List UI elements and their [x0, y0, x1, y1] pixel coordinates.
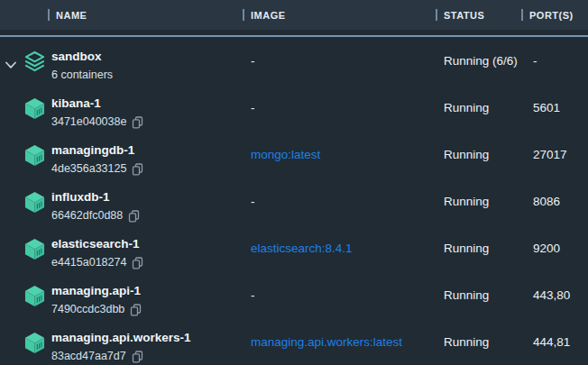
column-header-image: IMAGE [243, 0, 286, 30]
image-cell: elasticsearch:8.4.1 [251, 224, 431, 271]
copy-icon[interactable] [130, 304, 142, 316]
ports-cell: 5601 [533, 84, 587, 131]
container-id: 3471e040038e [51, 114, 126, 130]
status-cell: Running [444, 178, 521, 224]
container-cube-icon [24, 144, 45, 167]
status-cell: Running [444, 271, 521, 318]
column-divider [521, 9, 523, 21]
container-cube-icon [24, 191, 45, 214]
container-count: 6 containers [51, 68, 113, 83]
container-cube-icon [24, 285, 45, 307]
image-cell: - [251, 84, 431, 131]
image-cell: - [251, 178, 431, 224]
image-placeholder: - [251, 288, 255, 302]
table-row[interactable]: kibana-1 3471e040038e - Running 5601 [0, 84, 588, 131]
copy-icon[interactable] [132, 257, 143, 269]
row-name-block: managing.api-1 7490ccdc3dbb [51, 283, 142, 317]
ports-cell: 443,80 [533, 271, 587, 318]
table-row[interactable]: managing.api-1 7490ccdc3dbb - Running 44… [0, 271, 588, 318]
column-header-ports: PORT(S) [521, 0, 574, 30]
table-header-band: NAME IMAGE STATUS PORT(S) [0, 0, 588, 30]
ports-cell: 8086 [533, 178, 587, 224]
image-placeholder: - [251, 195, 255, 208]
image-cell: - [251, 37, 431, 84]
table-row[interactable]: elasticsearch-1 e4415a018274 elasticsear… [0, 224, 588, 271]
table-row[interactable]: managing.api.workers-1 83acd47aa7d7 mana… [0, 318, 588, 365]
containers-table: NAME IMAGE STATUS PORT(S) [0, 0, 588, 365]
row-name-block: sandbox 6 containers [51, 49, 113, 83]
container-name: kibana-1 [51, 96, 143, 112]
container-name: elasticsearch-1 [51, 236, 143, 252]
table-row[interactable]: sandbox 6 containers - Running (6/6) - [0, 37, 588, 84]
row-name-block: kibana-1 3471e040038e [51, 96, 143, 130]
container-cube-icon [24, 332, 45, 354]
copy-icon[interactable] [132, 351, 143, 363]
column-header-status-label: STATUS [444, 10, 484, 21]
container-id: e4415a018274 [51, 255, 126, 270]
ports-cell: 444,81 [533, 318, 587, 365]
container-id: 7490ccdc3dbb [51, 302, 124, 317]
column-header-image-label: IMAGE [251, 10, 286, 21]
ports-cell: 27017 [533, 131, 587, 178]
column-divider [436, 9, 437, 21]
container-id: 4de356a33125 [51, 161, 126, 177]
column-header-name-label: NAME [56, 10, 87, 21]
table-row[interactable]: influxdb-1 66462dfc0d88 - Running 8086 [0, 178, 588, 224]
compose-stack-icon [24, 50, 45, 73]
container-group-name: sandbox [51, 49, 113, 65]
container-name: managing.api-1 [51, 283, 142, 299]
table-row[interactable]: managingdb-1 4de356a33125 mongo:latest R… [0, 131, 588, 178]
image-cell: - [251, 271, 431, 318]
container-id: 66462dfc0d88 [51, 208, 123, 224]
status-cell: Running [444, 318, 521, 365]
row-name-block: managing.api.workers-1 83acd47aa7d7 [51, 330, 191, 364]
image-link[interactable]: mongo:latest [251, 148, 320, 161]
row-name-block: influxdb-1 66462dfc0d88 [51, 189, 140, 224]
container-name: managing.api.workers-1 [51, 330, 191, 346]
container-id: 83acd47aa7d7 [51, 349, 126, 364]
status-cell: Running (6/6) [444, 37, 521, 84]
row-name-block: elasticsearch-1 e4415a018274 [51, 236, 143, 270]
copy-icon[interactable] [128, 210, 140, 223]
image-link[interactable]: elasticsearch:8.4.1 [251, 242, 353, 255]
copy-icon[interactable] [132, 116, 143, 129]
copy-icon[interactable] [132, 163, 143, 176]
container-name: managingdb-1 [51, 142, 143, 159]
status-cell: Running [444, 131, 521, 178]
column-header-status: STATUS [436, 0, 484, 30]
column-header-name: NAME [48, 0, 87, 30]
status-cell: Running [444, 84, 521, 131]
column-header-ports-label: PORT(S) [529, 10, 574, 21]
image-cell: mongo:latest [251, 131, 431, 178]
image-link[interactable]: managing.api.workers:latest [251, 335, 402, 349]
table-body: sandbox 6 containers - Running (6/6) - k… [0, 37, 588, 365]
image-placeholder: - [251, 101, 255, 114]
container-cube-icon [24, 238, 45, 260]
image-placeholder: - [251, 54, 255, 68]
row-name-block: managingdb-1 4de356a33125 [51, 142, 143, 177]
image-cell: managing.api.workers:latest [251, 318, 431, 365]
table-header: NAME IMAGE STATUS PORT(S) [0, 0, 588, 37]
container-name: influxdb-1 [51, 189, 140, 205]
column-divider [243, 9, 244, 21]
ports-cell: 9200 [533, 224, 587, 271]
ports-cell: - [533, 37, 587, 84]
chevron-down-icon[interactable] [5, 57, 16, 65]
column-divider [48, 9, 50, 21]
container-cube-icon [24, 97, 45, 120]
status-cell: Running [444, 224, 521, 271]
